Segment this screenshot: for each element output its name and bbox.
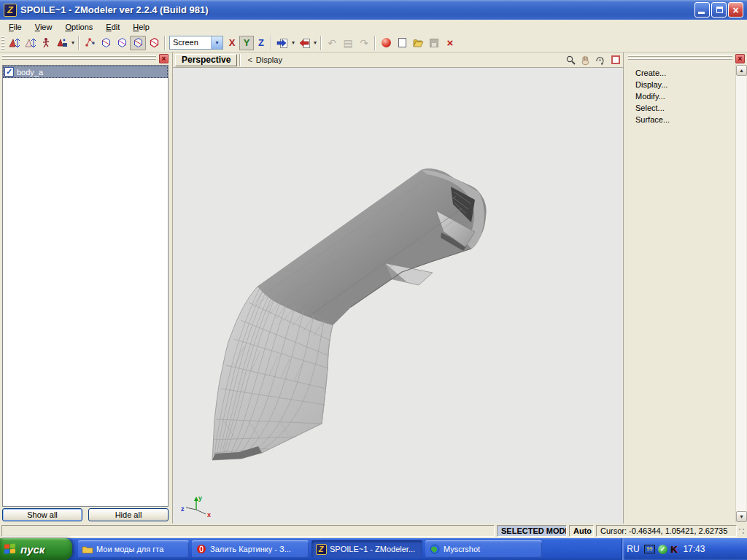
restore-button[interactable]: [711, 2, 727, 18]
menu-file[interactable]: File: [2, 21, 28, 33]
start-button[interactable]: пуск: [0, 538, 72, 560]
pan-icon[interactable]: [579, 54, 592, 66]
kaspersky-tray-icon[interactable]: K: [670, 544, 677, 555]
title-bar[interactable]: Z SPOILE~1 - ZModeler ver 2.2.4 (Build 9…: [0, 0, 747, 20]
maximize-viewport-button[interactable]: [611, 55, 620, 64]
select-scale-glyph: [24, 37, 36, 49]
coordinate-space-combo[interactable]: Screen ▾: [169, 36, 223, 50]
taskbar-item-zmodeler[interactable]: Z SPOILE~1 - ZModeler...: [311, 540, 422, 558]
select-scale-icon[interactable]: [22, 36, 38, 50]
zmodeler-app-icon: Z: [4, 4, 17, 17]
axis-x-button[interactable]: X: [225, 36, 239, 50]
scene-tree-panel: × ✓ body_a Show all Hide all: [0, 52, 171, 524]
command-create[interactable]: Create...: [626, 67, 735, 79]
object-name: body_a: [17, 68, 43, 77]
magnifier-glyph: [565, 55, 576, 66]
auto-indicator[interactable]: Auto: [569, 525, 594, 537]
visibility-checkbox[interactable]: ✓: [4, 67, 14, 77]
selection-tools-icon[interactable]: [54, 36, 70, 50]
paste-into-glyph: [276, 37, 288, 49]
panel-drag-handle[interactable]: [628, 55, 732, 61]
panel-drag-handle[interactable]: [2, 55, 156, 61]
close-button[interactable]: ×: [728, 2, 743, 18]
minimize-button[interactable]: [694, 2, 710, 18]
vertices-level-icon[interactable]: [82, 36, 98, 50]
bones-mode-icon[interactable]: [38, 36, 54, 50]
select-move-icon[interactable]: [6, 36, 22, 50]
viewport-canvas[interactable]: z y x: [173, 68, 623, 524]
taskbar-item-myscrshot[interactable]: Myscrshot: [425, 540, 542, 558]
history-glyph: ▤: [343, 37, 352, 49]
paste-from-dropdown-icon[interactable]: ▾: [312, 39, 318, 46]
commands-scrollbar[interactable]: ▲ ▼: [735, 65, 746, 522]
taskbar: пуск Мои моды для гта Залить Картинку - …: [0, 538, 747, 560]
orbit-glyph: [595, 55, 605, 66]
selection-tools-dropdown-icon[interactable]: ▾: [70, 39, 76, 46]
axis-z-button[interactable]: Z: [254, 36, 268, 50]
display-mode-menu[interactable]: Display: [256, 55, 282, 64]
taskbar-item-label: Мои моды для гта: [96, 545, 163, 553]
hide-all-button[interactable]: Hide all: [88, 508, 169, 521]
objects-level-glyph: [133, 37, 144, 48]
zoom-icon[interactable]: [565, 54, 577, 66]
command-modify[interactable]: Modify...: [626, 90, 735, 102]
save-file-icon[interactable]: [426, 36, 442, 50]
scroll-down-button[interactable]: ▼: [736, 511, 747, 522]
polygons-level-icon[interactable]: [114, 36, 130, 50]
orbit-icon[interactable]: [594, 54, 606, 66]
resize-grip[interactable]: [738, 527, 746, 536]
taskbar-item-folder[interactable]: Мои моды для гта: [78, 540, 189, 558]
axis-x-label: x: [207, 511, 211, 518]
axis-y-button[interactable]: Y: [239, 36, 254, 50]
material-editor-icon[interactable]: [378, 36, 394, 50]
taskbar-item-browser[interactable]: Залить Картинку - З...: [192, 540, 309, 558]
paste-into-icon[interactable]: [274, 36, 290, 50]
list-item[interactable]: ✓ body_a: [3, 66, 168, 78]
commands-panel-close-button[interactable]: ×: [735, 54, 745, 63]
undo-icon[interactable]: ↶: [324, 36, 340, 50]
window-title: SPOILE~1 - ZModeler ver 2.2.4 (Build 981…: [20, 4, 693, 15]
view-mode-button[interactable]: Perspective: [175, 54, 237, 66]
opera-icon: [196, 543, 207, 555]
command-surface[interactable]: Surface...: [626, 114, 735, 125]
delete-icon[interactable]: ×: [442, 36, 458, 50]
menu-options[interactable]: Options: [58, 21, 99, 33]
menu-view[interactable]: View: [28, 21, 59, 33]
model-3d-spoiler[interactable]: [173, 68, 624, 524]
minimize-icon: [698, 12, 705, 14]
clock[interactable]: 17:43: [683, 544, 705, 554]
command-display[interactable]: Display...: [626, 79, 735, 90]
red-sphere-icon: [382, 38, 391, 47]
history-icon[interactable]: ▤: [340, 36, 356, 50]
tray-icons: 99 ✓ K: [644, 544, 677, 555]
paste-from-icon[interactable]: [296, 36, 312, 50]
open-file-icon[interactable]: [410, 36, 426, 50]
main-toolbar: ▾ Screen ▾ X Y Z ▾ ▾ ↶ ▤ ↷ ×: [0, 34, 747, 52]
display-tray-icon[interactable]: 99: [644, 545, 655, 553]
scene-level-icon[interactable]: [146, 36, 162, 50]
redo-icon[interactable]: ↷: [356, 36, 372, 50]
language-indicator[interactable]: RU: [622, 544, 644, 554]
new-file-icon[interactable]: [394, 36, 410, 50]
scroll-up-button[interactable]: ▲: [736, 65, 747, 76]
menu-edit[interactable]: Edit: [99, 21, 126, 33]
security-ok-tray-icon[interactable]: ✓: [658, 545, 667, 554]
undo-glyph: ↶: [328, 37, 336, 49]
status-bar: SELECTED MODE Auto Cursor: -0.46344, 1.0…: [0, 524, 747, 538]
command-select[interactable]: Select...: [626, 102, 735, 114]
toolbar-separator: [271, 36, 272, 50]
show-all-button[interactable]: Show all: [2, 508, 82, 521]
scene-tree-close-button[interactable]: ×: [159, 54, 169, 63]
back-chevron-icon[interactable]: <: [241, 55, 255, 64]
combo-dropdown-icon[interactable]: ▾: [211, 36, 222, 49]
objects-level-icon[interactable]: [130, 36, 146, 50]
scene-tree-list[interactable]: ✓ body_a: [2, 65, 169, 507]
restore-icon: [716, 7, 723, 13]
toolbar-grip[interactable]: [1, 36, 4, 50]
paste-into-dropdown-icon[interactable]: ▾: [290, 39, 296, 46]
new-document-glyph: [398, 38, 406, 47]
toolbar-separator: [78, 36, 80, 50]
edges-level-icon[interactable]: [98, 36, 114, 50]
folder-icon: [82, 543, 93, 555]
menu-help[interactable]: Help: [126, 21, 156, 33]
